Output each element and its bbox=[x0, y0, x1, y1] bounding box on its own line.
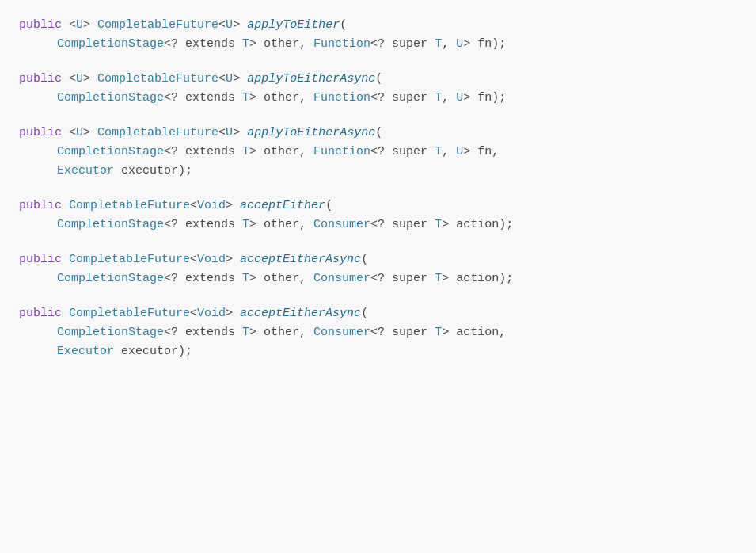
punct-token: > fn); bbox=[463, 37, 506, 51]
code-line: CompletionStage<? extends T> other, Func… bbox=[19, 89, 737, 108]
punct-token: > bbox=[83, 72, 97, 86]
indent-space bbox=[19, 323, 57, 342]
type-token: Void bbox=[197, 253, 226, 266]
punct-token: > bbox=[83, 18, 97, 32]
type-token: Void bbox=[197, 199, 226, 212]
punct-token: <? super bbox=[370, 37, 435, 51]
punct-token: <? super bbox=[370, 326, 435, 339]
type-token: CompletableFuture bbox=[69, 199, 190, 212]
code-section-applyToEitherAsync2: public <U> CompletableFuture<U> applyToE… bbox=[19, 124, 737, 181]
code-block: public <U> CompletableFuture<U> applyToE… bbox=[19, 16, 737, 361]
type-token: U bbox=[76, 72, 83, 86]
method-token: acceptEither bbox=[240, 199, 325, 212]
type-token: T bbox=[242, 145, 249, 158]
code-section-acceptEither: public CompletableFuture<Void> acceptEit… bbox=[19, 196, 737, 235]
punct-token: ( bbox=[375, 126, 382, 139]
type-token: CompletableFuture bbox=[97, 126, 218, 139]
type-token: CompletionStage bbox=[57, 218, 164, 231]
type-token: U bbox=[226, 126, 233, 139]
punct-token: > action); bbox=[442, 272, 513, 285]
keyword-token: public bbox=[19, 307, 69, 320]
punct-token: > other, bbox=[249, 37, 313, 51]
method-token: acceptEitherAsync bbox=[240, 253, 361, 266]
type-token: Function bbox=[313, 37, 370, 51]
code-line: public <U> CompletableFuture<U> applyToE… bbox=[19, 124, 737, 143]
punct-token: > bbox=[226, 199, 240, 212]
punct-token: < bbox=[218, 126, 226, 139]
type-token: U bbox=[456, 91, 463, 105]
type-token: CompletableFuture bbox=[69, 253, 190, 266]
type-token: CompletionStage bbox=[57, 272, 164, 285]
punct-token: > other, bbox=[249, 218, 313, 231]
punct-token: ( bbox=[340, 18, 347, 32]
punct-token: executor); bbox=[114, 164, 192, 177]
punct-token: <? extends bbox=[164, 218, 242, 231]
type-token: T bbox=[435, 326, 442, 339]
type-token: CompletableFuture bbox=[69, 307, 190, 320]
punct-token: , bbox=[442, 91, 456, 105]
punct-token: <? super bbox=[370, 218, 435, 231]
punct-token: < bbox=[218, 72, 226, 86]
punct-token: executor); bbox=[114, 345, 192, 358]
punct-token: < bbox=[190, 307, 197, 320]
type-token: T bbox=[435, 218, 442, 231]
code-line: CompletionStage<? extends T> other, Cons… bbox=[19, 269, 737, 288]
punct-token: > fn, bbox=[463, 145, 499, 158]
indent-space bbox=[19, 215, 57, 235]
punct-token: <? super bbox=[370, 91, 435, 105]
code-line: CompletionStage<? extends T> other, Func… bbox=[19, 35, 737, 54]
type-token: U bbox=[226, 18, 233, 32]
punct-token: ( bbox=[375, 72, 382, 86]
code-line: CompletionStage<? extends T> other, Cons… bbox=[19, 215, 737, 235]
type-token: CompletionStage bbox=[57, 91, 164, 105]
code-section-applyToEither: public <U> CompletableFuture<U> applyToE… bbox=[19, 16, 737, 54]
punct-token: ( bbox=[325, 199, 332, 212]
punct-token: > other, bbox=[249, 91, 313, 105]
type-token: T bbox=[242, 37, 249, 51]
punct-token: <? extends bbox=[164, 326, 242, 339]
type-token: CompletionStage bbox=[57, 326, 164, 339]
punct-token: > other, bbox=[249, 145, 313, 158]
code-line: CompletionStage<? extends T> other, Cons… bbox=[19, 323, 737, 342]
type-token: Void bbox=[197, 307, 226, 320]
keyword-token: public bbox=[19, 199, 69, 212]
type-token: Consumer bbox=[313, 326, 370, 339]
keyword-token: public bbox=[19, 253, 69, 266]
type-token: Function bbox=[313, 91, 370, 105]
punct-token: > bbox=[226, 253, 240, 266]
punct-token: > action); bbox=[442, 218, 513, 231]
code-line: public <U> CompletableFuture<U> applyToE… bbox=[19, 70, 737, 89]
keyword-token: public bbox=[19, 126, 69, 139]
indent-space bbox=[19, 35, 57, 54]
method-token: applyToEitherAsync bbox=[247, 126, 375, 139]
method-token: applyToEither bbox=[247, 18, 340, 32]
punct-token: > bbox=[233, 18, 247, 32]
punct-token: <? super bbox=[370, 272, 435, 285]
code-line: public CompletableFuture<Void> acceptEit… bbox=[19, 304, 737, 323]
method-token: acceptEitherAsync bbox=[240, 307, 361, 320]
code-line: Executor executor); bbox=[19, 342, 737, 361]
punct-token: ( bbox=[361, 253, 368, 266]
type-token: T bbox=[242, 218, 249, 231]
indent-space bbox=[19, 342, 57, 361]
punct-token: <? extends bbox=[164, 272, 242, 285]
code-line: public <U> CompletableFuture<U> applyToE… bbox=[19, 16, 737, 35]
type-token: CompletionStage bbox=[57, 145, 164, 158]
type-token: T bbox=[242, 91, 249, 105]
punct-token: > fn); bbox=[463, 91, 506, 105]
indent-space bbox=[19, 269, 57, 288]
punct-token: > bbox=[226, 307, 240, 320]
keyword-token: public bbox=[19, 18, 69, 32]
type-token: U bbox=[456, 37, 463, 51]
type-token: U bbox=[76, 18, 83, 32]
indent-space bbox=[19, 89, 57, 108]
type-token: T bbox=[435, 145, 442, 158]
punct-token: < bbox=[69, 126, 76, 139]
keyword-token: public bbox=[19, 72, 69, 86]
punct-token: > bbox=[83, 126, 97, 139]
type-token: T bbox=[435, 37, 442, 51]
type-token: Consumer bbox=[313, 218, 370, 231]
type-token: U bbox=[456, 145, 463, 158]
type-token: Executor bbox=[57, 345, 114, 358]
type-token: U bbox=[76, 126, 83, 139]
